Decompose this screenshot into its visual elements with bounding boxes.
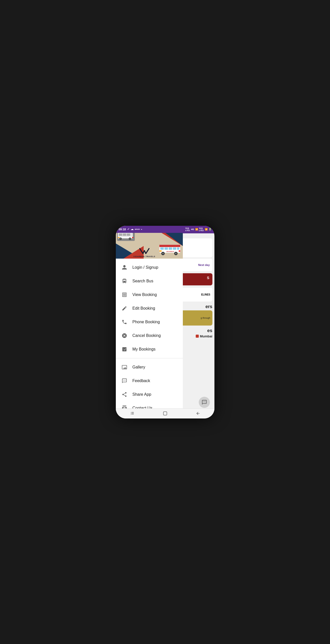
gallery-label: Gallery xyxy=(133,365,145,369)
cancel-icon xyxy=(121,332,128,339)
share-icon xyxy=(121,391,128,398)
menu-item-feedback[interactable]: Feedback xyxy=(116,374,183,388)
mumbai-dot xyxy=(196,335,199,338)
svg-point-21 xyxy=(175,253,177,254)
status-bar: 09:18 ✓ ☁ amzn • Vo))LTE1 4G 📶 Vo))LTE2 … xyxy=(116,226,214,233)
svg-rect-10 xyxy=(132,237,133,238)
edit-icon xyxy=(121,305,128,312)
bus-large-image: VIDARBHA xyxy=(159,242,182,256)
svg-rect-14 xyxy=(164,247,168,250)
svg-rect-2 xyxy=(119,234,122,236)
svg-rect-3 xyxy=(123,234,126,236)
menu-item-search-bus[interactable]: Search Bus xyxy=(116,274,183,288)
home-button[interactable] xyxy=(159,410,171,417)
receipt-icon xyxy=(121,291,128,298)
phone-frame: 09:18 ✓ ☁ amzn • Vo))LTE1 4G 📶 Vo))LTE2 … xyxy=(116,226,214,418)
phone-screen: 09:18 ✓ ☁ amzn • Vo))LTE1 4G 📶 Vo))LTE2 … xyxy=(116,226,214,418)
svg-rect-22 xyxy=(159,250,162,252)
navigation-drawer: VIDARBHA VIDARBHA TRAVELS xyxy=(116,226,183,418)
svg-rect-9 xyxy=(118,237,120,238)
image-icon xyxy=(121,364,128,371)
signal2-icon: 📶 xyxy=(205,228,208,231)
svg-rect-28 xyxy=(124,350,125,350)
recents-button[interactable] xyxy=(126,410,139,417)
menu-item-phone-booking[interactable]: Phone Booking xyxy=(116,315,183,329)
phone-booking-label: Phone Booking xyxy=(133,320,160,324)
brand-v-icon xyxy=(139,247,149,256)
svg-point-19 xyxy=(162,253,164,254)
bg-offers: ers xyxy=(205,304,212,309)
amazon-icon: amzn xyxy=(135,228,140,230)
svg-point-8 xyxy=(129,238,130,239)
svg-rect-15 xyxy=(169,247,172,250)
menu-item-edit-booking[interactable]: Edit Booking xyxy=(116,302,183,315)
status-left: 09:18 ✓ ☁ amzn • xyxy=(119,228,142,231)
cloud-icon: ☁ xyxy=(131,228,134,231)
svg-rect-13 xyxy=(160,247,164,250)
menu-item-cancel-booking[interactable]: Cancel Booking xyxy=(116,329,183,342)
menu-item-login[interactable]: Login / Signup xyxy=(116,261,183,274)
menu-item-share-app[interactable]: Share App xyxy=(116,388,183,401)
bus-icon xyxy=(121,278,128,285)
my-bookings-label: My Bookings xyxy=(133,347,156,352)
svg-rect-29 xyxy=(163,412,167,415)
menu-item-view-booking[interactable]: View Booking xyxy=(116,288,183,302)
menu-item-my-bookings[interactable]: My Bookings xyxy=(116,342,183,356)
carrier1-label: Vo))LTE1 xyxy=(185,227,190,232)
nav-bar xyxy=(116,408,214,418)
view-booking-label: View Booking xyxy=(133,292,157,297)
back-button[interactable] xyxy=(192,410,204,417)
menu-divider xyxy=(116,358,183,358)
feedback-label: Feedback xyxy=(133,379,150,383)
bg-search-label: S xyxy=(207,276,209,280)
bg-next-day: Next day xyxy=(180,259,212,271)
cancel-booking-label: Cancel Booking xyxy=(133,333,161,338)
bg-mumbai: Mumbai xyxy=(196,334,212,338)
person-icon xyxy=(121,264,128,271)
svg-rect-27 xyxy=(124,349,125,350)
menu-item-gallery[interactable]: Gallery xyxy=(116,360,183,374)
bg-guidelines: ELINES xyxy=(180,288,212,302)
battery-icon: 🔋 xyxy=(209,228,211,231)
feedback-icon xyxy=(121,377,128,384)
menu-list: Login / Signup Search Bus View Booking xyxy=(116,259,183,418)
brand-name-label: VIDARBHA TRAVELS xyxy=(134,256,156,257)
svg-rect-12 xyxy=(159,245,180,247)
edit-booking-label: Edit Booking xyxy=(133,306,155,311)
bg-gold-card: g through xyxy=(180,310,212,326)
svg-rect-23 xyxy=(179,250,180,252)
svg-rect-4 xyxy=(127,234,130,236)
shield-icon: ✓ xyxy=(127,228,129,231)
signal1-icon: 📶 xyxy=(195,228,198,231)
brand-logo: VIDARBHA TRAVELS xyxy=(134,247,156,257)
feedback-icon xyxy=(199,397,210,408)
carrier2-label: Vo))LTE2 xyxy=(199,227,204,232)
bg-cities: es xyxy=(207,328,212,333)
network-label: 4G xyxy=(191,228,194,231)
star-icon xyxy=(121,346,128,353)
login-label: Login / Signup xyxy=(133,265,158,270)
share-app-label: Share App xyxy=(133,392,151,397)
bg-top-card xyxy=(180,238,212,257)
svg-rect-26 xyxy=(123,349,124,350)
dot-icon: • xyxy=(141,228,142,231)
svg-rect-16 xyxy=(173,247,176,250)
svg-rect-17 xyxy=(177,247,179,250)
status-right: Vo))LTE1 4G 📶 Vo))LTE2 📶 🔋 xyxy=(185,227,211,232)
svg-text:VIDARBHA: VIDARBHA xyxy=(166,251,174,252)
phone-icon xyxy=(121,318,128,326)
search-bus-label: Search Bus xyxy=(133,279,153,283)
time: 09:18 xyxy=(119,228,126,231)
svg-point-6 xyxy=(120,238,121,239)
